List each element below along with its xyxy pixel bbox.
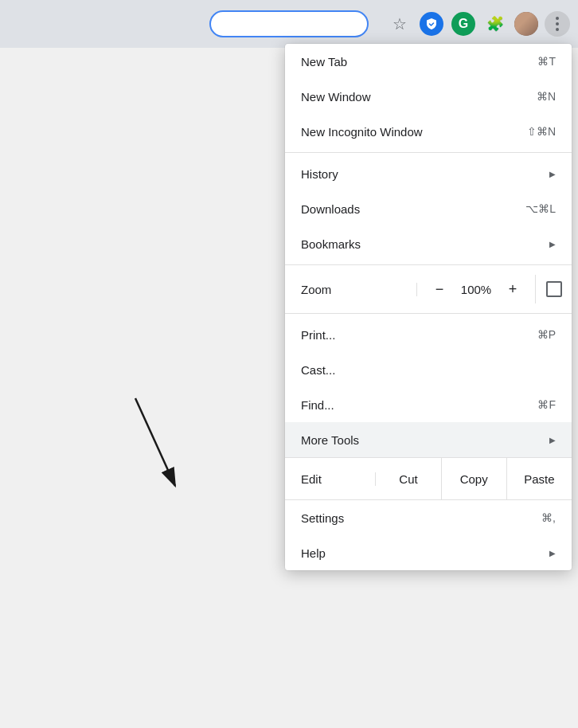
arrow-annotation xyxy=(111,390,271,550)
new-tab-shortcut: ⌘T xyxy=(537,55,556,68)
find-label: Find... xyxy=(301,398,334,412)
downloads-label: Downloads xyxy=(301,202,360,216)
print-shortcut: ⌘P xyxy=(537,328,556,341)
more-tools-arrow: ▶ xyxy=(549,436,556,444)
edit-text: Edit xyxy=(301,472,322,486)
menu-item-print[interactable]: Print... ⌘P xyxy=(285,317,572,352)
paste-label: Paste xyxy=(524,472,554,486)
grammarly-extension-icon[interactable]: G xyxy=(451,11,476,37)
edit-label: Edit xyxy=(285,472,376,486)
new-window-label: New Window xyxy=(301,90,371,104)
settings-label: Settings xyxy=(301,511,344,525)
menu-item-find[interactable]: Find... ⌘F xyxy=(285,387,572,422)
find-shortcut: ⌘F xyxy=(537,398,556,411)
bookmarks-arrow: ▶ xyxy=(549,240,556,249)
fullscreen-icon xyxy=(546,281,562,297)
browser-toolbar: ☆ G 🧩 xyxy=(0,0,578,48)
dot2 xyxy=(556,22,559,25)
help-arrow: ▶ xyxy=(549,549,556,558)
svg-line-1 xyxy=(135,398,175,486)
avatar-image xyxy=(514,12,538,36)
menu-item-settings[interactable]: Settings ⌘, xyxy=(285,500,572,535)
cast-label: Cast... xyxy=(301,363,335,377)
history-arrow: ▶ xyxy=(549,170,556,178)
help-label: Help xyxy=(301,546,326,560)
copy-button[interactable]: Copy xyxy=(442,458,507,499)
puzzle-extension-icon[interactable]: 🧩 xyxy=(482,11,508,37)
menu-item-downloads[interactable]: Downloads ⌥⌘L xyxy=(285,191,572,226)
menu-item-new-window[interactable]: New Window ⌘N xyxy=(285,79,572,114)
bookmarks-label: Bookmarks xyxy=(301,237,361,251)
avatar[interactable] xyxy=(514,12,538,36)
new-tab-label: New Tab xyxy=(301,55,347,68)
zoom-plus-button[interactable]: + xyxy=(498,275,527,303)
dot3 xyxy=(556,28,559,31)
g-icon: G xyxy=(451,12,475,36)
print-label: Print... xyxy=(301,328,335,342)
divider-3 xyxy=(285,313,572,314)
history-label: History xyxy=(301,167,338,181)
shield-extension-icon[interactable] xyxy=(419,11,444,37)
zoom-row: Zoom − 100% + xyxy=(285,268,572,310)
cut-button[interactable]: Cut xyxy=(376,458,441,499)
address-bar[interactable] xyxy=(209,10,369,37)
star-icon[interactable]: ☆ xyxy=(387,11,412,37)
menu-item-new-incognito[interactable]: New Incognito Window ⇧⌘N xyxy=(285,114,572,149)
copy-label: Copy xyxy=(460,472,488,486)
new-window-shortcut: ⌘N xyxy=(537,90,556,103)
zoom-percent-display: 100% xyxy=(457,283,495,296)
menu-item-more-tools[interactable]: More Tools ▶ xyxy=(285,422,572,457)
cut-label: Cut xyxy=(399,472,417,486)
paste-button[interactable]: Paste xyxy=(507,458,572,499)
menu-item-new-tab[interactable]: New Tab ⌘T xyxy=(285,44,572,79)
zoom-controls: − 100% + xyxy=(417,275,535,303)
downloads-shortcut: ⌥⌘L xyxy=(525,202,556,215)
dot1 xyxy=(556,17,559,20)
edit-row: Edit Cut Copy Paste xyxy=(285,457,572,500)
menu-item-history[interactable]: History ▶ xyxy=(285,156,572,191)
menu-item-help[interactable]: Help ▶ xyxy=(285,535,572,570)
settings-shortcut: ⌘, xyxy=(541,511,556,524)
menu-item-cast[interactable]: Cast... xyxy=(285,352,572,387)
divider-2 xyxy=(285,264,572,265)
new-incognito-shortcut: ⇧⌘N xyxy=(527,125,556,138)
shield-icon xyxy=(420,12,443,36)
divider-1 xyxy=(285,152,572,153)
zoom-label: Zoom xyxy=(285,283,417,296)
more-tools-label: More Tools xyxy=(301,433,359,447)
fullscreen-button[interactable] xyxy=(535,275,564,303)
new-incognito-label: New Incognito Window xyxy=(301,125,423,139)
zoom-minus-button[interactable]: − xyxy=(425,275,454,303)
menu-item-bookmarks[interactable]: Bookmarks ▶ xyxy=(285,226,572,261)
chrome-menu: New Tab ⌘T New Window ⌘N New Incognito W… xyxy=(285,44,572,570)
menu-button[interactable] xyxy=(545,11,570,37)
